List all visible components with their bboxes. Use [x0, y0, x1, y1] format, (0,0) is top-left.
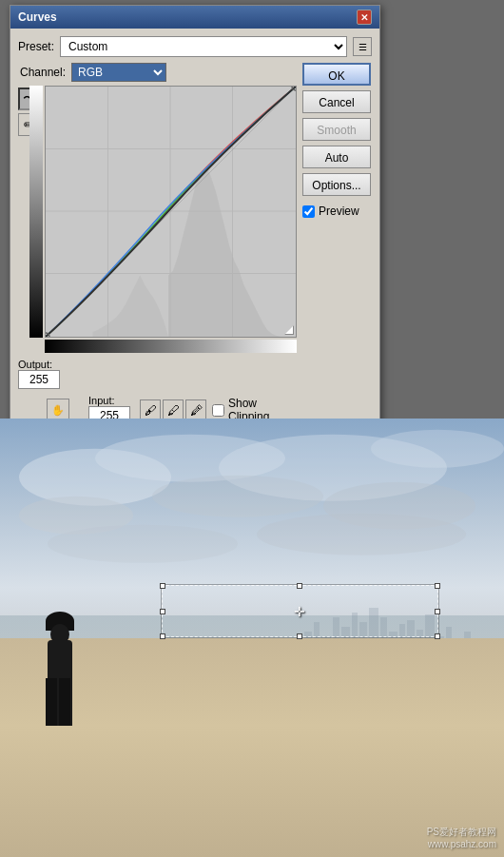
person-left-leg: [46, 678, 57, 726]
close-button[interactable]: ✕: [357, 10, 372, 25]
selection-handle-tr[interactable]: [435, 583, 440, 589]
curves-dialog: Curves ✕ Preset: Custom ☰ Channel: RGB: [10, 5, 380, 456]
show-clipping-checkbox[interactable]: [212, 404, 224, 417]
preview-row: Preview: [302, 205, 374, 218]
left-side: Channel: RGB 〜 ✏: [18, 63, 297, 447]
curve-container: 〜 ✏: [18, 86, 297, 353]
selection-handle-bm[interactable]: [297, 633, 302, 639]
svg-point-16: [48, 525, 238, 563]
watermark: PS爱好者教程网 www.psahz.com: [427, 826, 496, 849]
selection-handle-tm[interactable]: [297, 583, 302, 589]
main-area: Channel: RGB 〜 ✏: [18, 63, 372, 447]
black-eyedropper-button[interactable]: 🖋: [140, 399, 161, 420]
channel-row: Channel: RGB: [20, 63, 297, 82]
cancel-button[interactable]: Cancel: [302, 90, 371, 113]
svg-point-14: [152, 476, 323, 517]
preset-row: Preset: Custom ☰: [18, 36, 372, 57]
selection-handle-mr[interactable]: [435, 609, 440, 614]
dialog-body: Preset: Custom ☰ Channel: RGB: [10, 29, 379, 455]
right-side: OK Cancel Smooth Auto Options... Preview: [302, 63, 374, 447]
output-label: Output:: [18, 359, 52, 370]
channel-label: Channel:: [20, 66, 66, 79]
person-silhouette: [38, 593, 81, 726]
selection-rectangle[interactable]: ✛: [162, 585, 439, 637]
horizontal-gradient-bar: [45, 340, 297, 353]
photo-area: ✛ PS爱好者教程网 www.psahz.com: [0, 419, 504, 857]
ok-button[interactable]: OK: [302, 63, 371, 86]
selection-center-crosshair: ✛: [294, 604, 305, 619]
channel-select[interactable]: RGB: [71, 63, 166, 82]
smooth-button[interactable]: Smooth: [302, 118, 371, 141]
input-label: Input:: [88, 395, 115, 406]
selection-handle-bl[interactable]: [160, 633, 165, 639]
svg-point-17: [257, 514, 466, 555]
curve-graph-wrapper: [45, 86, 297, 353]
dialog-titlebar: Curves ✕: [10, 6, 379, 29]
watermark-line1: PS爱好者教程网: [427, 826, 496, 839]
person-right-leg: [59, 678, 70, 726]
eyedropper-buttons: 🖋 🖊 🖉: [140, 399, 206, 420]
output-input[interactable]: [18, 370, 60, 389]
preset-label: Preset:: [18, 40, 54, 53]
auto-button[interactable]: Auto: [302, 146, 371, 168]
gray-eyedropper-button[interactable]: 🖊: [163, 399, 184, 420]
selection-handle-br[interactable]: [435, 633, 440, 639]
selection-handle-ml[interactable]: [160, 609, 165, 614]
preset-menu-icon[interactable]: ☰: [353, 37, 372, 56]
watermark-line2: www.psahz.com: [427, 839, 496, 849]
dialog-title: Curves: [18, 10, 57, 24]
preset-select[interactable]: Custom: [60, 36, 347, 57]
vertical-gradient-bar: [29, 86, 43, 338]
output-section: Output:: [18, 359, 60, 389]
preview-label: Preview: [319, 205, 359, 218]
svg-point-12: [371, 430, 504, 468]
histogram-svg: [46, 87, 296, 337]
preview-checkbox[interactable]: [302, 205, 315, 218]
white-eyedropper-button[interactable]: 🖉: [185, 399, 206, 420]
selection-handle-tl[interactable]: [160, 583, 165, 589]
output-input-row: Output:: [18, 359, 297, 389]
curve-canvas[interactable]: [45, 86, 297, 338]
options-button[interactable]: Options...: [302, 173, 371, 196]
